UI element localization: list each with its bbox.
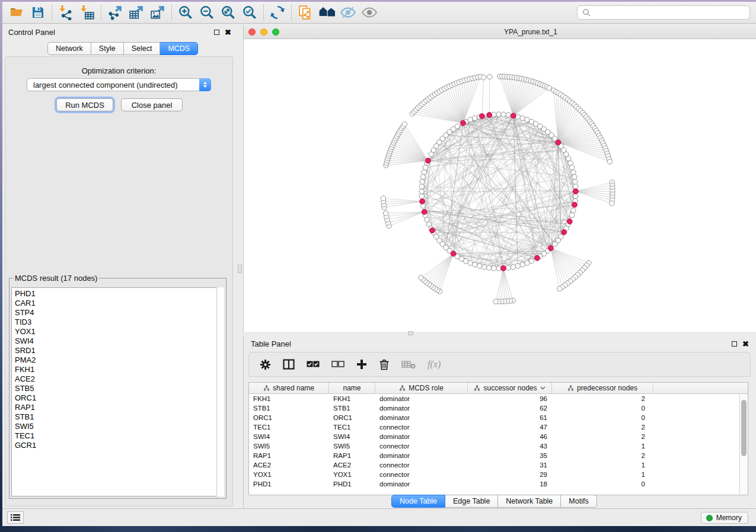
graph-node[interactable] [423,165,428,170]
graph-node[interactable] [419,275,423,280]
cell-successor-nodes[interactable]: 18 [468,480,552,488]
cell-MCDS-role[interactable]: dominator [375,395,468,402]
show-columns-button[interactable] [283,359,295,370]
first-neighbors-button[interactable] [316,4,337,21]
graph-hub-node[interactable] [573,189,579,194]
graph-node[interactable] [511,265,515,270]
table-row[interactable]: TEC1TEC1connector472 [249,422,739,432]
cell-successor-nodes[interactable]: 62 [468,405,552,412]
graph-hub-node[interactable] [535,255,540,261]
tab-edge-table[interactable]: Edge Table [445,495,498,508]
float-panel-icon[interactable] [214,30,219,35]
graph-hub-node[interactable] [567,219,572,224]
mcds-result-item[interactable]: ORC1 [15,393,224,403]
cell-MCDS-role[interactable]: dominator [375,414,468,421]
graph-node[interactable] [419,184,424,189]
cell-shared-name[interactable]: STB1 [249,405,329,412]
search-box[interactable] [577,5,750,20]
graph-node[interactable] [487,265,492,270]
cell-name[interactable]: PHD1 [329,480,375,488]
graph-hub-node[interactable] [480,114,485,119]
cell-name[interactable]: RAP1 [329,452,375,459]
graph-node[interactable] [481,265,486,270]
cell-predecessor-nodes[interactable]: 2 [552,433,653,440]
mcds-result-item[interactable]: TEC1 [15,431,224,441]
graph-node[interactable] [573,184,578,189]
cell-predecessor-nodes[interactable]: 1 [552,471,653,478]
graph-node[interactable] [468,117,473,122]
close-panel-icon[interactable]: ✖ [225,30,231,35]
tab-style[interactable]: Style [91,42,124,55]
mcds-result-item[interactable]: RAP1 [15,403,224,412]
cell-MCDS-role[interactable]: dominator [375,452,468,459]
graph-node[interactable] [473,116,477,120]
column-header-name[interactable]: name [329,383,375,393]
table-settings-button[interactable] [260,359,271,370]
graph-node[interactable] [572,174,577,179]
zoom-out-button[interactable] [196,4,218,21]
mcds-result-item[interactable]: PMA2 [15,355,224,365]
graph-node[interactable] [520,116,525,120]
tab-network-table[interactable]: Network Table [498,495,561,508]
graph-hub-node[interactable] [511,113,516,118]
graph-node[interactable] [573,194,578,198]
cell-predecessor-nodes[interactable]: 1 [552,462,653,469]
cell-name[interactable]: FKH1 [329,395,375,402]
table-row[interactable]: STB1STB1dominator620 [249,403,739,413]
table-scrollbar-thumb[interactable] [741,400,747,456]
cell-successor-nodes[interactable]: 46 [468,433,552,440]
run-mcds-button[interactable]: Run MCDS [56,98,113,111]
graph-node[interactable] [402,122,407,127]
table-row[interactable]: FKH1FKH1dominator962 [249,394,739,403]
vertical-splitter[interactable] [237,24,243,508]
cell-successor-nodes[interactable]: 29 [468,471,552,478]
table-row[interactable]: ORC1ORC1dominator610 [249,413,739,422]
mcds-result-item[interactable]: CAR1 [15,299,224,308]
cell-MCDS-role[interactable]: connector [375,443,468,450]
zoom-fit-button[interactable] [218,4,239,21]
select-all-button[interactable] [307,361,320,368]
graph-hub-node[interactable] [430,228,435,233]
cell-shared-name[interactable]: ACE2 [249,462,329,469]
graph-node[interactable] [419,189,424,194]
graph-node[interactable] [557,286,562,291]
cell-name[interactable]: SWI4 [329,433,375,440]
graph-node[interactable] [496,266,501,271]
graph-hub-node[interactable] [487,113,492,118]
graph-node[interactable] [422,170,426,175]
table-row[interactable]: YOX1YOX1connector291 [249,470,739,479]
graph-node[interactable] [473,262,477,267]
graph-node[interactable] [520,262,525,267]
cell-successor-nodes[interactable]: 61 [468,414,552,421]
mcds-result-item[interactable]: SWI4 [15,336,224,346]
graph-hub-node[interactable] [420,199,425,204]
graph-node[interactable] [493,299,498,304]
cell-MCDS-role[interactable]: dominator [375,480,468,488]
tab-network[interactable]: Network [47,42,91,55]
cell-predecessor-nodes[interactable]: 0 [552,405,653,412]
graph-hub-node[interactable] [562,230,567,235]
mcds-result-scrollbar[interactable] [216,287,224,496]
import-table-button[interactable] [76,4,98,21]
graph-node[interactable] [506,265,511,270]
cell-shared-name[interactable]: TEC1 [249,424,329,431]
network-graph[interactable] [244,39,756,332]
zoom-selected-button[interactable] [239,4,260,21]
mcds-result-item[interactable]: STP4 [15,308,224,318]
open-file-button[interactable] [6,4,27,21]
apply-layout-button[interactable] [267,4,288,21]
cell-name[interactable]: TEC1 [329,424,375,431]
graph-hub-node[interactable] [572,202,578,207]
graph-node[interactable] [420,174,425,179]
network-canvas[interactable] [244,39,756,332]
graph-node[interactable] [569,165,574,170]
graph-hub-node[interactable] [422,209,427,214]
graph-node[interactable] [515,264,520,268]
mcds-result-item[interactable]: PHD1 [15,289,224,299]
graph-hub-node[interactable] [501,265,506,271]
hide-selected-button[interactable] [337,4,359,21]
add-column-button[interactable] [356,359,367,370]
table-scrollbar[interactable] [739,394,748,495]
cell-MCDS-role[interactable]: dominator [375,405,468,412]
mcds-result-item[interactable]: TID3 [15,318,224,327]
